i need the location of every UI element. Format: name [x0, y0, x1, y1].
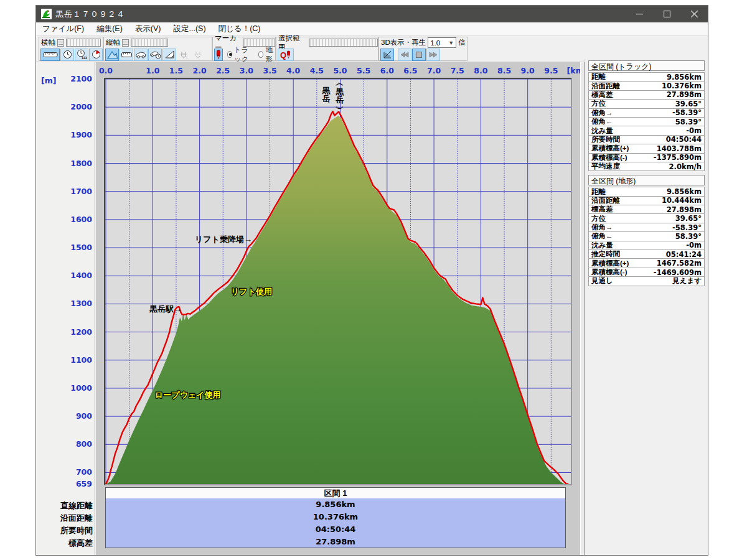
- threed-unit-label: 倍: [458, 38, 466, 47]
- stat-row-0-6: 沈み量-0m: [588, 126, 705, 135]
- marker-pen-icon: [215, 50, 222, 60]
- section-value-3: 27.898m: [106, 536, 565, 548]
- y-tick-1500: 1500: [39, 243, 92, 252]
- maximize-icon: [664, 11, 670, 17]
- app-icon: [41, 9, 52, 19]
- haxis-scale-grip[interactable]: [57, 39, 64, 47]
- stat-value: 39.65°: [675, 214, 702, 223]
- vaxis-elevation-button[interactable]: [105, 49, 119, 61]
- main-area: [m] 0.01.01.52.02.53.03.54.04.55.05.56.0…: [36, 62, 708, 555]
- y-tick-1800: 1800: [39, 159, 92, 168]
- stat-value: -0m: [686, 126, 702, 135]
- vaxis-speed-time-button[interactable]: [148, 49, 162, 61]
- stat-label: 所要時間: [591, 135, 620, 144]
- stat-value: 1467.582m: [657, 259, 702, 268]
- stats-section-title-0: 全区間 (トラック): [588, 60, 705, 71]
- y-tick-900: 900: [39, 411, 92, 421]
- stat-row-0-10: 平均速度2.0km/h: [588, 162, 705, 171]
- stat-row-0-3: 方位39.65°: [588, 99, 705, 108]
- haxis-time-number-button[interactable]: 123: [75, 49, 88, 61]
- protractor-icon: [165, 50, 174, 58]
- y-tick-1400: 1400: [39, 271, 92, 280]
- vaxis-scale-grip[interactable]: [122, 39, 129, 47]
- stat-value: -58.39°: [672, 223, 702, 232]
- section-label-1: 沿面距離: [38, 513, 93, 524]
- marker-pen-button[interactable]: [214, 49, 223, 61]
- marker-radio-track[interactable]: トラック: [227, 45, 255, 64]
- y-tick-2000: 2000: [39, 102, 92, 111]
- vaxis-speed-button[interactable]: [134, 49, 148, 61]
- vaxis-cadence-button[interactable]: 1: [177, 49, 190, 61]
- haxis-time-button[interactable]: [60, 49, 74, 61]
- menu-item-1[interactable]: 編集(E): [90, 22, 129, 35]
- close-button[interactable]: [680, 6, 708, 22]
- toolbar-group-3d-playback: 3D表示・再生 1.0 ▼ 倍: [378, 37, 467, 61]
- panel-splitter[interactable]: [580, 62, 585, 555]
- section-table-header: 区間 1: [105, 487, 566, 499]
- stat-label: 俯角←: [591, 117, 613, 126]
- toolbar: 横軸: [36, 36, 708, 62]
- x-tick-6.5: 6.5: [401, 66, 420, 75]
- stat-value: 58.39°: [675, 232, 702, 241]
- ruler-icon: [43, 51, 58, 58]
- title-bar[interactable]: 黒岳１７０９２４: [36, 6, 708, 22]
- wireframe-3d-icon: [383, 50, 392, 59]
- maximize-button[interactable]: [653, 6, 680, 22]
- stat-row-0-7: 所要時間04:50:44: [588, 135, 705, 144]
- stat-value: 10.376km: [662, 82, 702, 90]
- y-tick-1200: 1200: [39, 327, 92, 337]
- playback-speed-dropdown[interactable]: 1.0 ▼: [428, 37, 456, 48]
- menu-item-2[interactable]: 表示(V): [129, 22, 167, 35]
- stat-label: 沈み量: [591, 126, 613, 136]
- menu-item-0[interactable]: ファイル(F): [36, 22, 90, 35]
- radio-selected-icon: [227, 51, 232, 58]
- stat-row-1-4: 俯角→-58.39°: [588, 223, 705, 232]
- x-tick-3.0: 3.0: [237, 66, 256, 75]
- stat-row-0-9: 累積標高(-)-1375.890m: [588, 153, 705, 162]
- x-tick-6.0: 6.0: [378, 66, 397, 75]
- selection-slider[interactable]: [309, 39, 378, 47]
- threed-label: 3D表示・再生: [381, 38, 426, 47]
- marker-radio-terrain[interactable]: 地形: [258, 45, 275, 64]
- stat-row-0-1: 沿面距離10.376km: [588, 81, 705, 90]
- vaxis-distance-button[interactable]: [120, 49, 133, 61]
- playback-play-button[interactable]: [426, 49, 440, 61]
- menu-bar: ファイル(F)編集(E)表示(V)設定...(S)閉じる！(C): [36, 22, 708, 36]
- haxis-scale-slider[interactable]: [66, 39, 101, 47]
- vaxis-slope-button[interactable]: [162, 49, 176, 61]
- vaxis-heartrate-button[interactable]: [191, 49, 205, 61]
- app-window: 黒岳１７０９２４ ファイル(F)編集(E)表示(V)設定...(S)閉じる！(C…: [35, 5, 708, 556]
- profile-chart-svg: 黒岳︵黒岳︶リフト乗降場→黒岳駅→リフト使用ロープウェイ使用: [105, 79, 571, 484]
- x-tick-9.0: 9.0: [519, 66, 537, 75]
- playback-stop-button[interactable]: [412, 49, 426, 61]
- stat-row-1-1: 沿面距離10.444km: [588, 196, 705, 205]
- marker-q-pen-icon: Q: [280, 50, 292, 60]
- haxis-distance-button[interactable]: [40, 49, 60, 61]
- stat-value: -1375.890m: [654, 153, 702, 162]
- minimize-button[interactable]: [626, 6, 653, 22]
- annotation-0: 黒岳: [321, 86, 331, 103]
- x-tick-3.5: 3.5: [261, 66, 280, 75]
- threed-view-button[interactable]: [380, 49, 394, 61]
- stats-section-0: 全区間 (トラック)距離9.856km沿面距離10.376km標高差27.898…: [588, 60, 705, 171]
- car-icon: [135, 51, 146, 58]
- stat-label: 沈み量: [591, 241, 613, 250]
- playback-rewind-button[interactable]: [398, 49, 411, 61]
- elevation-profile-plot[interactable]: 黒岳︵黒岳︶リフト乗降場→黒岳駅→リフト使用ロープウェイ使用: [104, 78, 572, 485]
- stat-value: 10.444km: [662, 196, 702, 205]
- stat-label: 俯角←: [591, 231, 613, 241]
- stat-label: 推定時間: [591, 250, 620, 259]
- stat-value: 39.65°: [675, 100, 702, 108]
- pie-clock-icon: [92, 50, 101, 59]
- stat-label: 方位: [591, 99, 606, 108]
- vaxis-scale-slider[interactable]: [131, 39, 168, 47]
- section-value-2: 04:50:44: [106, 523, 565, 536]
- x-tick-2.0: 2.0: [190, 66, 209, 75]
- stat-value: 58.39°: [675, 118, 702, 126]
- section-value-1: 10.376km: [106, 511, 565, 523]
- haxis-time-pie-button[interactable]: [89, 49, 103, 61]
- menu-item-3[interactable]: 設定...(S): [167, 22, 212, 35]
- rewind-icon: [400, 52, 409, 58]
- x-tick-9.5: 9.5: [542, 66, 560, 75]
- selection-marker-button[interactable]: Q: [278, 49, 294, 61]
